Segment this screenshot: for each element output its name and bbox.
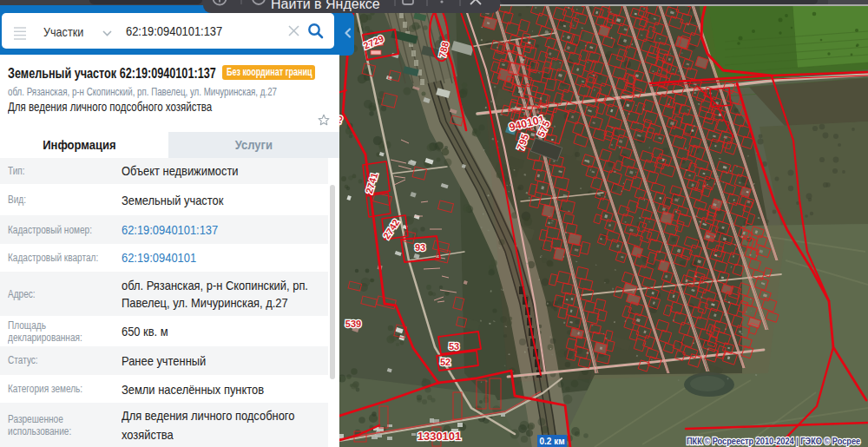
svg-text:1330101: 1330101 — [418, 430, 462, 443]
svg-text:53: 53 — [449, 341, 459, 352]
svg-text:52: 52 — [440, 357, 450, 367]
svg-text:0.2 км: 0.2 км — [539, 437, 564, 446]
svg-text:Найти в Яндексе: Найти в Яндексе — [271, 0, 380, 11]
svg-text:93: 93 — [415, 242, 425, 253]
svg-text:539: 539 — [345, 319, 361, 329]
svg-text:ПКК © Росреестр 2010-2024 | ГЭ: ПКК © Росреестр 2010-2024 | ГЭКО © Росре… — [687, 436, 860, 446]
